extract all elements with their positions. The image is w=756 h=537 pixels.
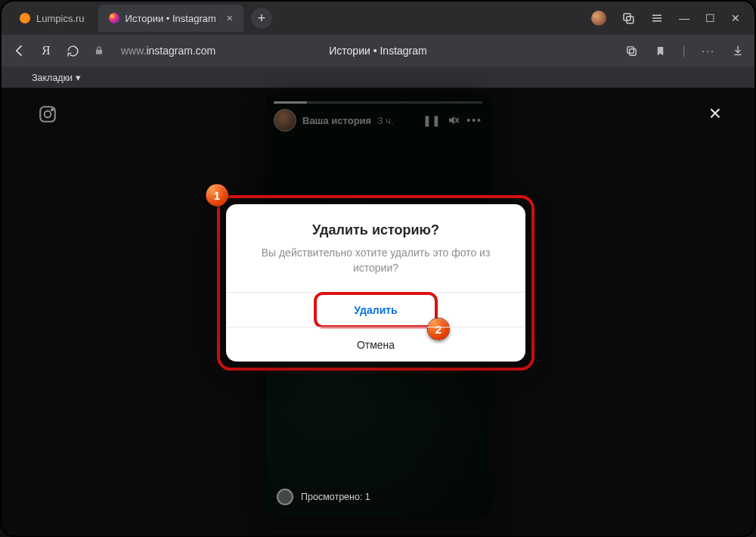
- instagram-logo-icon[interactable]: [38, 104, 57, 124]
- svg-point-11: [51, 109, 53, 110]
- page-viewport: × Ваша история 3 ч. ❚❚ ••• Просмотрено: …: [2, 88, 754, 535]
- back-icon[interactable]: [12, 43, 26, 58]
- svg-rect-7: [627, 46, 634, 53]
- window-close-button[interactable]: ✕: [730, 12, 741, 24]
- story-footer[interactable]: Просмотрено: 1: [277, 489, 370, 505]
- svg-rect-5: [96, 50, 102, 54]
- window-minimize-button[interactable]: —: [679, 12, 689, 24]
- delete-button-label: Удалить: [354, 304, 397, 316]
- tab-label: Lumpics.ru: [36, 13, 85, 24]
- bookmarks-label[interactable]: Закладки ▾: [32, 72, 81, 83]
- delete-button[interactable]: Удалить 2: [226, 292, 525, 327]
- instagram-favicon-icon: [109, 13, 119, 23]
- close-story-button[interactable]: ×: [709, 101, 721, 126]
- reload-icon[interactable]: [67, 45, 80, 57]
- extensions-icon[interactable]: [621, 11, 635, 25]
- svg-rect-6: [629, 48, 636, 55]
- window-maximize-button[interactable]: ☐: [705, 12, 715, 24]
- downloads-icon[interactable]: [732, 45, 744, 57]
- yandex-icon[interactable]: Я: [39, 43, 53, 58]
- url-domain: instagram.com: [146, 45, 215, 57]
- tab-instagram[interactable]: Истории • Instagram ×: [98, 5, 243, 32]
- more-icon[interactable]: ···: [702, 45, 715, 57]
- views-label: Просмотрено: 1: [301, 492, 370, 502]
- svg-point-10: [45, 111, 51, 118]
- page-title: Истории • Instagram: [329, 45, 426, 57]
- annotation-badge-1: 1: [206, 184, 228, 206]
- cancel-button-label: Отмена: [357, 339, 395, 351]
- lock-icon: [94, 45, 107, 56]
- url-prefix: www.: [121, 45, 146, 57]
- annotation-outline-1: Удалить историю? Вы действительно хотите…: [217, 195, 534, 371]
- new-tab-button[interactable]: +: [251, 8, 272, 29]
- browser-address-bar: Я www.instagram.com Истории • Instagram …: [2, 35, 754, 67]
- bookmark-icon[interactable]: [655, 45, 666, 57]
- bookmarks-bar[interactable]: Закладки ▾: [2, 67, 754, 88]
- url-text[interactable]: www.instagram.com: [121, 45, 215, 57]
- dialog-title: Удалить историю?: [246, 222, 506, 238]
- tab-lumpics[interactable]: Lumpics.ru: [9, 5, 95, 32]
- cancel-button[interactable]: Отмена: [226, 327, 525, 362]
- menu-icon[interactable]: [650, 11, 664, 25]
- delete-story-dialog: Удалить историю? Вы действительно хотите…: [226, 204, 525, 362]
- viewer-avatar-icon: [277, 489, 293, 505]
- tab-label: Истории • Instagram: [125, 13, 216, 24]
- close-tab-icon[interactable]: ×: [227, 12, 233, 24]
- copy-icon[interactable]: [625, 45, 638, 57]
- profile-avatar-icon[interactable]: [591, 11, 606, 26]
- favicon-icon: [20, 13, 30, 23]
- browser-titlebar: Lumpics.ru Истории • Instagram × + — ☐ ✕: [2, 2, 754, 35]
- dialog-body: Вы действительно хотите удалить это фото…: [246, 246, 506, 289]
